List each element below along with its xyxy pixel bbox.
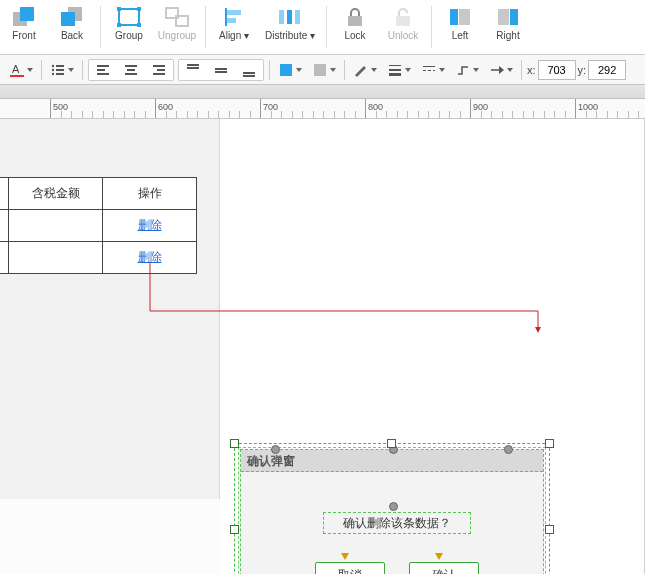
y-input[interactable] <box>588 60 626 80</box>
main-toolbar: Front Back Group Ungroup Align ▾ Distrib… <box>0 0 645 55</box>
line-width-icon <box>387 62 403 78</box>
distribute-button[interactable]: Distribute ▾ <box>258 4 322 41</box>
horizontal-ruler[interactable]: 5006007008009001000 <box>0 99 645 119</box>
arrow-icon <box>489 62 505 78</box>
svg-rect-18 <box>396 16 410 26</box>
svg-rect-19 <box>450 9 458 25</box>
connection-point[interactable] <box>389 502 398 511</box>
delete-link[interactable]: 删除 <box>138 218 162 232</box>
svg-rect-48 <box>389 65 401 66</box>
chevron-down-icon <box>439 68 445 72</box>
svg-rect-14 <box>279 10 284 24</box>
line-color-button[interactable] <box>349 59 381 81</box>
svg-rect-53 <box>428 70 431 71</box>
back-button[interactable]: Back <box>48 4 96 41</box>
distribute-icon <box>277 6 303 28</box>
svg-rect-40 <box>187 64 199 66</box>
dock-right-button[interactable]: Right <box>484 4 532 41</box>
unlock-icon <box>390 6 416 28</box>
connection-point[interactable] <box>271 445 280 454</box>
svg-text:A: A <box>12 63 20 75</box>
connection-point[interactable] <box>504 445 513 454</box>
arrow-end-button[interactable] <box>485 59 517 81</box>
align-center-button[interactable] <box>118 60 144 80</box>
svg-rect-41 <box>187 67 199 69</box>
canvas[interactable]: 页 含税金额 操作 删除 删除 确认弹窗 <box>0 119 645 574</box>
svg-rect-31 <box>97 65 109 67</box>
svg-rect-15 <box>287 10 292 24</box>
align-right-button[interactable] <box>146 60 172 80</box>
table-row: 删除 <box>0 210 197 242</box>
line-style-icon <box>421 62 437 78</box>
svg-rect-34 <box>125 65 137 67</box>
dock-left-button[interactable]: Left <box>436 4 484 41</box>
front-button[interactable]: Front <box>0 4 48 41</box>
fill-color-button[interactable] <box>274 59 306 81</box>
gradient-button[interactable] <box>308 59 340 81</box>
align-button[interactable]: Align ▾ <box>210 4 258 41</box>
svg-rect-6 <box>137 7 141 11</box>
x-input[interactable] <box>538 60 576 80</box>
data-table[interactable]: 页 含税金额 操作 删除 删除 <box>0 177 197 274</box>
col-header: 页 <box>0 178 9 210</box>
col-header: 操作 <box>103 178 197 210</box>
line-style-button[interactable] <box>417 59 449 81</box>
ungroup-button[interactable]: Ungroup <box>153 4 201 41</box>
svg-rect-52 <box>423 70 426 71</box>
connector-button[interactable] <box>451 59 483 81</box>
align-left-button[interactable] <box>90 60 116 80</box>
delete-link[interactable]: 删除 <box>138 250 162 264</box>
label: Align ▾ <box>219 30 249 41</box>
resize-handle[interactable] <box>230 439 239 448</box>
valign-mid-button[interactable] <box>208 60 234 80</box>
popup-body[interactable]: 确认弹窗 确认删除该条数据？ 取消 确认 <box>240 449 544 574</box>
label: Group <box>115 30 143 41</box>
svg-rect-26 <box>56 65 64 67</box>
svg-rect-20 <box>459 9 470 25</box>
dock-right-icon <box>495 6 521 28</box>
cancel-button[interactable]: 取消 <box>315 562 385 574</box>
resize-handle[interactable] <box>545 525 554 534</box>
unlock-button[interactable]: Unlock <box>379 4 427 41</box>
popup-message[interactable]: 确认删除该条数据？ <box>323 512 471 534</box>
fill-icon <box>278 62 294 78</box>
list-style-button[interactable] <box>46 59 78 81</box>
svg-rect-35 <box>127 69 135 71</box>
col-header: 含税金额 <box>9 178 103 210</box>
valign-top-button[interactable] <box>180 60 206 80</box>
lock-button[interactable]: Lock <box>331 4 379 41</box>
svg-rect-13 <box>227 18 236 23</box>
list-icon <box>50 62 66 78</box>
label: Unlock <box>388 30 419 41</box>
confirm-popup[interactable]: 确认弹窗 确认删除该条数据？ 取消 确认 <box>240 449 544 574</box>
bring-front-icon <box>11 6 37 28</box>
group-button[interactable]: Group <box>105 4 153 41</box>
svg-rect-39 <box>153 73 165 75</box>
svg-rect-50 <box>389 73 401 76</box>
font-color-icon: A <box>9 62 25 78</box>
resize-handle[interactable] <box>230 525 239 534</box>
svg-rect-51 <box>423 66 435 67</box>
v-align-group <box>178 59 264 81</box>
svg-rect-4 <box>119 9 139 25</box>
chevron-down-icon <box>296 68 302 72</box>
chevron-down-icon <box>405 68 411 72</box>
line-width-button[interactable] <box>383 59 415 81</box>
interaction-marker-icon <box>435 553 443 560</box>
svg-rect-38 <box>157 69 165 71</box>
valign-bot-button[interactable] <box>236 60 262 80</box>
label: Back <box>61 30 83 41</box>
svg-rect-33 <box>97 73 109 75</box>
ok-button[interactable]: 确认 <box>409 562 479 574</box>
svg-rect-11 <box>225 8 227 26</box>
resize-handle[interactable] <box>387 439 396 448</box>
font-color-button[interactable]: A <box>5 59 37 81</box>
svg-rect-45 <box>243 75 255 77</box>
resize-handle[interactable] <box>545 439 554 448</box>
valign-bot-icon <box>241 62 257 78</box>
svg-rect-16 <box>295 10 300 24</box>
svg-rect-49 <box>389 69 401 71</box>
chevron-down-icon <box>330 68 336 72</box>
cell <box>9 210 103 242</box>
panel-background <box>0 119 220 499</box>
